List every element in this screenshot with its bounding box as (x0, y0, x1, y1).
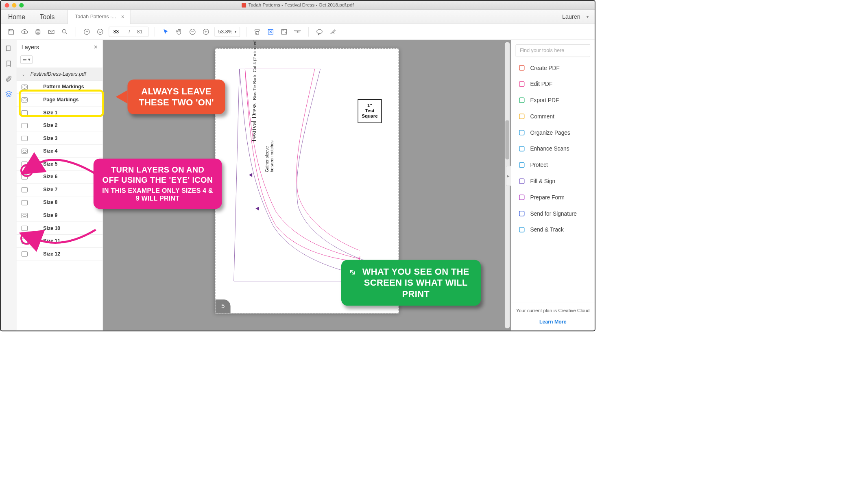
attachment-icon[interactable] (4, 74, 13, 83)
tool-icon (518, 80, 526, 88)
svg-rect-27 (519, 162, 524, 167)
tool-label: Comment (530, 113, 554, 120)
eye-toggle-icon[interactable] (22, 149, 28, 153)
cloud-icon[interactable] (20, 27, 29, 37)
thumbnails-icon[interactable] (4, 44, 13, 53)
tool-label: Edit PDF (530, 81, 552, 87)
tool-prepare-form[interactable]: Prepare Form (511, 189, 595, 205)
comment-icon[interactable] (315, 27, 324, 37)
eye-toggle-icon[interactable] (22, 97, 28, 102)
tool-enhance-scans[interactable]: Enhance Scans (511, 141, 595, 157)
document-tab[interactable]: Tadah Patterns -... × (68, 10, 130, 24)
zoom-select[interactable]: 53.8%▾ (215, 27, 240, 37)
current-page-field[interactable] (109, 29, 123, 35)
svg-rect-18 (7, 46, 10, 51)
layer-row-size-5[interactable]: Size 5 (16, 158, 103, 171)
sign-icon[interactable] (328, 27, 338, 37)
tool-protect[interactable]: Protect (511, 157, 595, 173)
green-callout: WHAT YOU SEE ON THE SCREEN IS WHAT WILL … (341, 260, 481, 306)
layer-row-size-7[interactable]: Size 7 (16, 184, 103, 197)
tool-send-for-signature[interactable]: Send for Signature (511, 205, 595, 222)
tool-icon (518, 129, 526, 136)
svg-rect-22 (519, 82, 524, 87)
layer-row-size-4[interactable]: Size 4 (16, 145, 103, 158)
svg-point-17 (317, 29, 322, 33)
eye-toggle-icon[interactable] (22, 251, 28, 256)
layer-row-page-markings[interactable]: Page Markings (16, 94, 103, 107)
toolbar: / 81 53.8%▾ (1, 24, 595, 40)
layer-row-size-12[interactable]: Size 12 (16, 247, 103, 260)
page-number-input[interactable]: / 81 (109, 27, 148, 37)
save-icon[interactable] (7, 27, 16, 37)
zoom-out-icon[interactable] (188, 27, 197, 37)
eye-toggle-icon[interactable] (22, 213, 28, 218)
mail-icon[interactable] (47, 27, 56, 37)
tool-label: Prepare Form (530, 194, 565, 201)
svg-point-13 (256, 34, 257, 34)
layer-label: Size 9 (43, 212, 57, 218)
layer-row-size-1[interactable]: Size 1 (16, 106, 103, 119)
tool-comment[interactable]: Comment (511, 108, 595, 125)
tool-organize-pages[interactable]: Organize Pages (511, 125, 595, 141)
tool-icon (518, 210, 526, 217)
maximize-window-icon[interactable] (19, 3, 24, 7)
tab-close-icon[interactable]: × (121, 13, 124, 20)
search-icon[interactable] (60, 27, 69, 37)
eye-toggle-icon[interactable] (22, 187, 28, 192)
eye-toggle-icon[interactable] (22, 123, 28, 128)
close-window-icon[interactable] (5, 3, 9, 7)
layer-row-pattern-markings[interactable]: Pattern Markings (16, 81, 103, 94)
print-icon[interactable] (33, 27, 43, 37)
chevron-down-icon[interactable]: ▾ (587, 15, 589, 19)
fit-width-icon[interactable] (253, 27, 262, 37)
layers-options-dropdown[interactable]: ☰ ▾ (20, 56, 33, 64)
fit-page-icon[interactable] (266, 27, 275, 37)
tool-edit-pdf[interactable]: Edit PDF (511, 76, 595, 92)
user-menu[interactable]: Lauren (562, 13, 580, 20)
layer-row-size-8[interactable]: Size 8 (16, 196, 103, 209)
eye-toggle-icon[interactable] (22, 85, 28, 90)
layers-icon[interactable] (4, 90, 13, 98)
eye-toggle-icon[interactable] (22, 136, 28, 141)
eye-toggle-icon[interactable] (22, 110, 28, 115)
bookmark-icon[interactable] (4, 59, 13, 68)
layer-row-size-9[interactable]: Size 9 (16, 209, 103, 222)
eye-toggle-icon[interactable] (22, 162, 28, 166)
eye-toggle-icon[interactable] (22, 174, 28, 179)
layer-label: Size 4 (43, 148, 57, 154)
layer-row-size-10[interactable]: Size 10 (16, 222, 103, 235)
read-mode-icon[interactable] (293, 27, 302, 37)
layer-row-size-2[interactable]: Size 2 (16, 119, 103, 132)
page-up-icon[interactable] (82, 27, 92, 37)
layer-row-size-3[interactable]: Size 3 (16, 132, 103, 145)
hand-tool-icon[interactable] (174, 27, 184, 37)
learn-more-link[interactable]: Learn More (516, 319, 589, 325)
gather-note: Gather sleevebetween notches (264, 140, 274, 172)
layer-row-size-11[interactable]: Size 11 (16, 235, 103, 248)
tools-button[interactable]: Tools (33, 13, 62, 21)
tab-bar: Home Tools Tadah Patterns -... × ? Laure… (1, 10, 595, 24)
fullscreen-icon[interactable] (279, 27, 289, 37)
tool-icon (518, 193, 526, 201)
minimize-window-icon[interactable] (12, 3, 16, 7)
layer-file-header[interactable]: ⌄FestivalDress-Layers.pdf (16, 68, 103, 81)
right-panel-toggle[interactable]: ▸ (506, 166, 511, 186)
eye-toggle-icon[interactable] (22, 200, 28, 205)
eye-toggle-icon[interactable] (22, 238, 28, 243)
pink-callout: TURN LAYERS ON AND OFF USING THE 'EYE' I… (94, 159, 222, 209)
tools-search-input[interactable]: Find your tools here (516, 44, 590, 57)
tool-fill-sign[interactable]: Fill & Sign (511, 173, 595, 189)
layer-row-size-6[interactable]: Size 6 (16, 170, 103, 184)
select-tool-icon[interactable] (161, 27, 170, 37)
tool-export-pdf[interactable]: Export PDF (511, 92, 595, 108)
tool-send-track[interactable]: Send & Track (511, 222, 595, 238)
zoom-in-icon[interactable] (201, 27, 211, 37)
plan-text: Your current plan is Creative Cloud (516, 308, 589, 314)
tool-label: Organize Pages (530, 129, 570, 136)
eye-toggle-icon[interactable] (22, 226, 28, 231)
tool-create-pdf[interactable]: Create PDF (511, 60, 595, 76)
page-down-icon[interactable] (96, 27, 105, 37)
close-panel-icon[interactable]: × (94, 43, 98, 51)
svg-rect-23 (519, 98, 524, 103)
home-button[interactable]: Home (1, 13, 33, 21)
